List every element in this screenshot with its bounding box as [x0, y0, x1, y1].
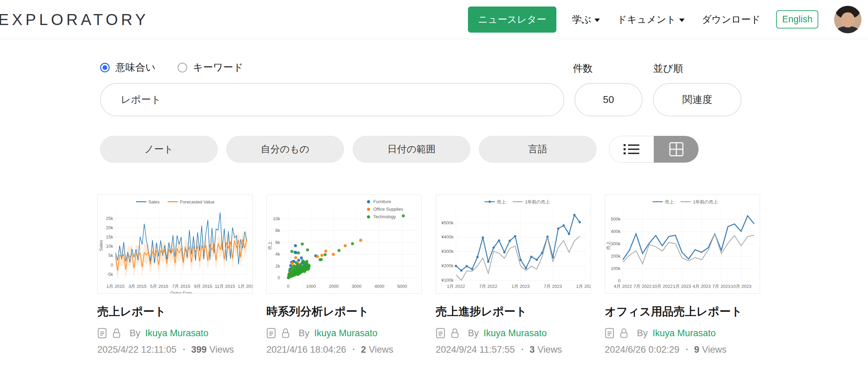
- avatar-shoulders: [836, 26, 859, 33]
- report-date: 2024/6/26 0:02:29: [605, 344, 679, 355]
- report-title[interactable]: 時系列分析レポート: [266, 304, 422, 319]
- svg-text:7月 2015: 7月 2015: [172, 284, 190, 289]
- by-label: By: [130, 328, 141, 339]
- views-count: 3: [530, 344, 535, 355]
- header-actions: ニュースレター 学ぶ ドキュメント ダウンロード English: [468, 6, 861, 33]
- svg-text:1月 2023: 1月 2023: [673, 284, 691, 289]
- views-count: 2: [361, 344, 366, 355]
- svg-text:売上: 売上: [497, 199, 506, 204]
- svg-text:5000: 5000: [397, 284, 407, 289]
- views-label: Views: [369, 344, 394, 355]
- svg-text:15k: 15k: [106, 234, 113, 239]
- svg-text:2k: 2k: [275, 263, 280, 269]
- newsletter-button[interactable]: ニュースレター: [468, 7, 556, 33]
- search-input[interactable]: [100, 83, 564, 116]
- svg-text:6k: 6k: [275, 240, 280, 245]
- svg-text:1000: 1000: [306, 284, 316, 289]
- radio-unselected-icon[interactable]: [178, 63, 187, 72]
- svg-text:10月 2022: 10月 2022: [652, 284, 673, 289]
- result-card: 02k4k6k8k10k010002000300040005000Furnitu…: [266, 195, 422, 356]
- svg-text:Office Supplies: Office Supplies: [373, 207, 403, 212]
- svg-text:1年前の売上: 1年前の売上: [693, 199, 718, 204]
- separator: ・: [518, 343, 527, 356]
- search-mode-semantic[interactable]: 意味合い: [100, 61, 156, 74]
- svg-text:500k: 500k: [611, 216, 621, 222]
- nav-item-download[interactable]: ダウンロード: [702, 13, 760, 26]
- language-button[interactable]: English: [776, 10, 818, 28]
- views-count: 9: [694, 344, 699, 355]
- radio-selected-icon[interactable]: [100, 63, 110, 72]
- site-header: EXPLORATORY ニュースレター 学ぶ ドキュメント ダウンロード Eng…: [0, 0, 868, 39]
- svg-text:¥500k: ¥500k: [441, 220, 454, 225]
- report-title[interactable]: 売上レポート: [97, 304, 253, 319]
- by-label: By: [299, 328, 310, 339]
- svg-text:3000: 3000: [352, 284, 362, 289]
- filter-date-range[interactable]: 日付の範囲: [353, 136, 470, 163]
- svg-text:10k: 10k: [273, 216, 280, 221]
- svg-text:7月 2022: 7月 2022: [634, 284, 652, 289]
- by-label: By: [468, 328, 479, 339]
- author-link[interactable]: Ikuya Murasato: [653, 328, 716, 339]
- report-thumbnail[interactable]: -5k05k10k15k20k25k1月 20153月 20155月 20157…: [97, 195, 253, 294]
- nav-item-label: ダウンロード: [702, 13, 760, 26]
- result-card: -5k05k10k15k20k25k1月 20153月 20155月 20157…: [97, 195, 253, 356]
- list-icon: [624, 144, 639, 155]
- search-mode-keyword[interactable]: キーワード: [178, 61, 243, 74]
- svg-text:1月 2023: 1月 2023: [511, 284, 530, 289]
- svg-text:25k: 25k: [106, 216, 113, 221]
- filter-note[interactable]: ノート: [100, 136, 218, 163]
- nav-item-learn[interactable]: 学ぶ: [572, 13, 600, 26]
- result-card: ¥100k¥200k¥300k¥400k¥500k1月 20227月 20221…: [436, 195, 591, 356]
- chevron-down-icon: [679, 19, 685, 22]
- svg-text:11月 2015: 11月 2015: [215, 284, 235, 289]
- report-date: 2021/4/16 18:04:26: [266, 344, 346, 355]
- svg-text:2000: 2000: [329, 284, 339, 289]
- lock-icon: [281, 328, 290, 339]
- svg-text:5月 2015: 5月 2015: [150, 284, 168, 289]
- grid-view-button[interactable]: [654, 136, 699, 163]
- document-icon: [436, 328, 445, 339]
- author-link[interactable]: Ikuya Murasato: [145, 328, 209, 339]
- view-toggle: [609, 136, 699, 163]
- report-title[interactable]: 売上進捗レポート: [436, 304, 591, 319]
- svg-text:¥300k: ¥300k: [441, 249, 454, 254]
- views-count: 399: [191, 344, 207, 355]
- filter-language[interactable]: 言語: [479, 136, 596, 163]
- document-icon: [97, 328, 107, 339]
- author-link[interactable]: Ikuya Murasato: [484, 328, 547, 339]
- svg-text:1年前の売上: 1年前の売上: [525, 199, 550, 204]
- mode-label: キーワード: [193, 61, 243, 74]
- sort-label: 並び順: [653, 62, 683, 75]
- count-select[interactable]: 50: [575, 83, 642, 116]
- document-icon: [266, 328, 276, 339]
- report-thumbnail[interactable]: 02k4k6k8k10k010002000300040005000Furnitu…: [266, 195, 422, 294]
- separator: ・: [682, 343, 691, 356]
- svg-text:4月 2023: 4月 2023: [692, 284, 711, 289]
- svg-text:Order Date: Order Date: [170, 291, 192, 293]
- svg-text:200k: 200k: [611, 254, 621, 259]
- list-view-button[interactable]: [609, 136, 654, 163]
- separator: ・: [179, 343, 189, 356]
- views-label: Views: [702, 344, 727, 355]
- document-icon: [605, 328, 614, 339]
- lock-icon: [112, 328, 121, 339]
- svg-text:売上: 売上: [606, 241, 611, 250]
- report-thumbnail[interactable]: 0100k200k300k400k500k4月 20227月 202210月 2…: [605, 195, 760, 294]
- nav-item-label: 学ぶ: [572, 13, 592, 26]
- svg-text:7月 2023: 7月 2023: [544, 284, 562, 289]
- svg-text:Sales: Sales: [148, 199, 160, 204]
- report-thumbnail[interactable]: ¥100k¥200k¥300k¥400k¥500k1月 20227月 20221…: [436, 195, 591, 294]
- nav-item-documents[interactable]: ドキュメント: [617, 13, 685, 26]
- by-label: By: [637, 328, 648, 339]
- report-title[interactable]: オフィス用品売上レポート: [605, 304, 760, 319]
- svg-text:9月 2015: 9月 2015: [194, 284, 212, 289]
- author-link[interactable]: Ikuya Murasato: [314, 328, 378, 339]
- sort-select[interactable]: 関連度: [653, 83, 742, 116]
- views-label: Views: [538, 344, 562, 355]
- svg-text:Sales: Sales: [98, 240, 104, 251]
- filter-mine[interactable]: 自分のもの: [226, 136, 344, 163]
- svg-text:300k: 300k: [611, 241, 621, 246]
- site-logo[interactable]: EXPLORATORY: [0, 10, 149, 29]
- avatar[interactable]: [834, 6, 861, 33]
- svg-text:0: 0: [111, 262, 113, 268]
